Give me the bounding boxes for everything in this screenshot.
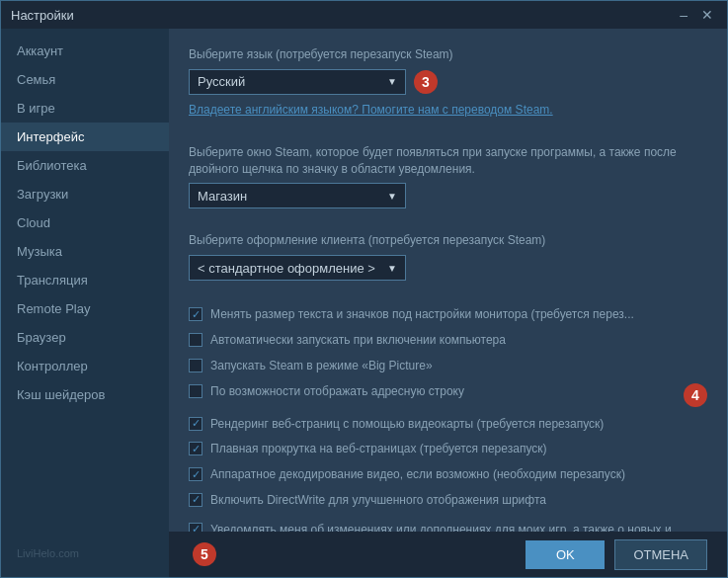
- checkbox-7[interactable]: [189, 493, 202, 507]
- checkbox-6[interactable]: [189, 467, 202, 481]
- sidebar-item-3[interactable]: Интерфейс: [1, 123, 169, 151]
- window-dropdown-row: Магазин ▼: [189, 183, 707, 208]
- sidebar-item-5[interactable]: Загрузки: [1, 180, 169, 208]
- lang-value: Русский: [198, 74, 245, 89]
- checkbox-row-7: Включить DirectWrite для улучшенного ото…: [189, 490, 707, 511]
- notification-checkbox[interactable]: [189, 523, 202, 532]
- checkboxes-container: Менять размер текста и значков под настр…: [189, 304, 707, 516]
- main-content: Выберите язык (потребуется перезапуск St…: [169, 29, 727, 532]
- theme-label: Выберите оформление клиента (потребуется…: [189, 232, 707, 249]
- footer: 5 OK ОТМЕНА: [169, 532, 727, 577]
- checkbox-row-5: Плавная прокрутка на веб-страницах (треб…: [189, 439, 707, 459]
- title-controls: – ✕: [676, 7, 717, 23]
- sidebar-item-9[interactable]: Remote Play: [1, 294, 169, 323]
- checkbox-row-0: Менять размер текста и значков под настр…: [189, 304, 707, 325]
- checkbox-3[interactable]: [189, 384, 202, 398]
- ok-button[interactable]: OK: [526, 540, 605, 569]
- watermark: LiviHelo.com: [1, 537, 169, 569]
- sidebar-item-6[interactable]: Cloud: [1, 208, 169, 237]
- checkbox-row-1: Автоматически запускать при включении ко…: [189, 330, 707, 351]
- badge-3: 3: [414, 70, 438, 94]
- checkbox-label-6: Аппаратное декодирование видео, если воз…: [210, 466, 707, 483]
- checkbox-label-3: По возможности отображать адресную строк…: [210, 383, 672, 400]
- sidebar-item-2[interactable]: В игре: [1, 94, 169, 123]
- checkbox-4[interactable]: [189, 417, 202, 431]
- lang-dropdown[interactable]: Русский ▼: [189, 69, 406, 95]
- close-button[interactable]: ✕: [697, 7, 717, 23]
- sidebar-item-7[interactable]: Музыка: [1, 237, 169, 266]
- sidebar-item-11[interactable]: Контроллер: [1, 352, 169, 380]
- lang-label: Выберите язык (потребуется перезапуск St…: [189, 46, 707, 63]
- checkbox-5[interactable]: [189, 442, 202, 455]
- theme-dropdown-arrow: ▼: [387, 263, 397, 274]
- minimize-button[interactable]: –: [676, 7, 691, 23]
- window-value: Магазин: [198, 189, 247, 204]
- checkbox-label-1: Автоматически запускать при включении ко…: [210, 332, 707, 349]
- checkbox-row-2: Запускать Steam в режиме «Big Picture»: [189, 356, 707, 376]
- theme-dropdown[interactable]: < стандартное оформление > ▼: [189, 255, 406, 281]
- notification-checkbox-row: Уведомлять меня об изменениях или дополн…: [189, 520, 707, 532]
- badge-5: 5: [193, 542, 216, 566]
- sidebar-item-8[interactable]: Трансляция: [1, 266, 169, 294]
- checkbox-label-2: Запускать Steam в режиме «Big Picture»: [210, 358, 707, 374]
- window-title: Настройки: [11, 8, 74, 23]
- checkbox-row-6: Аппаратное декодирование видео, если воз…: [189, 464, 707, 485]
- sidebar-item-12[interactable]: Кэш шейдеров: [1, 380, 169, 409]
- notification-label: Уведомлять меня об изменениях или дополн…: [210, 522, 707, 532]
- badge-4: 4: [684, 383, 707, 407]
- checkbox-row-4: Рендеринг веб-страниц с помощью видеокар…: [189, 414, 707, 435]
- checkbox-label-7: Включить DirectWrite для улучшенного ото…: [210, 492, 707, 509]
- checkbox-row-3: По возможности отображать адресную строк…: [189, 381, 707, 409]
- theme-value: < стандартное оформление >: [198, 261, 375, 276]
- sidebar: АккаунтСемьяВ игреИнтерфейсБиблиотекаЗаг…: [1, 29, 169, 577]
- sidebar-item-10[interactable]: Браузер: [1, 323, 169, 352]
- lang-dropdown-row: Русский ▼ 3: [189, 69, 707, 95]
- window-dropdown-arrow: ▼: [387, 191, 397, 202]
- window-label: Выберите окно Steam, которое будет появл…: [189, 144, 707, 178]
- checkbox-label-0: Менять размер текста и значков под настр…: [210, 306, 707, 323]
- checkbox-label-4: Рендеринг веб-страниц с помощью видеокар…: [210, 416, 707, 433]
- checkbox-2[interactable]: [189, 359, 202, 372]
- main-wrapper: Выберите язык (потребуется перезапуск St…: [169, 29, 727, 577]
- sidebar-item-4[interactable]: Библиотека: [1, 151, 169, 180]
- lang-dropdown-arrow: ▼: [387, 76, 397, 87]
- cancel-button[interactable]: ОТМЕНА: [614, 539, 707, 570]
- checkbox-label-5: Плавная прокрутка на веб-страницах (треб…: [210, 441, 707, 457]
- checkbox-0[interactable]: [189, 307, 202, 321]
- content-area: АккаунтСемьяВ игреИнтерфейсБиблиотекаЗаг…: [1, 29, 727, 577]
- title-bar: Настройки – ✕: [1, 1, 727, 29]
- settings-window: Настройки – ✕ АккаунтСемьяВ игреИнтерфей…: [0, 0, 728, 578]
- sidebar-item-0[interactable]: Аккаунт: [1, 37, 169, 65]
- theme-dropdown-row: < стандартное оформление > ▼: [189, 255, 707, 281]
- checkbox-1[interactable]: [189, 333, 202, 347]
- lang-link[interactable]: Владеете английским языком? Помогите нам…: [189, 103, 707, 117]
- sidebar-item-1[interactable]: Семья: [1, 65, 169, 94]
- window-dropdown[interactable]: Магазин ▼: [189, 183, 406, 208]
